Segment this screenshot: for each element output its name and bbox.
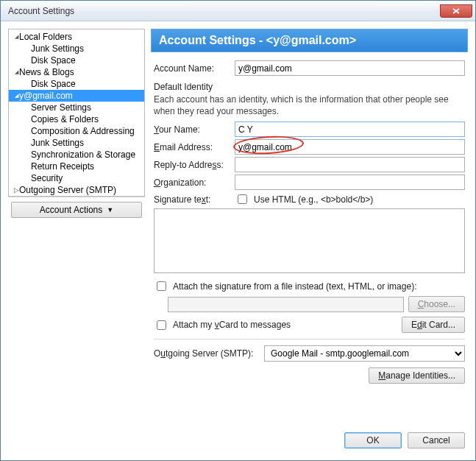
tree-item[interactable]: Junk Settings: [9, 43, 144, 54]
expand-arrow-icon: ◢: [13, 93, 19, 99]
panel-body: Account Name: Default Identity Each acco…: [151, 52, 468, 425]
account-name-label: Account Name:: [154, 63, 235, 74]
account-name-input[interactable]: [235, 60, 465, 76]
your-name-label: Your Name:: [154, 124, 235, 135]
window-title: Account Settings: [8, 6, 440, 16]
tree-item-label: Copies & Folders: [31, 114, 99, 124]
manage-identities-button[interactable]: Manage Identities...: [369, 367, 465, 384]
signature-textarea[interactable]: [154, 208, 465, 273]
tree-item-label: y@gmail.com: [19, 91, 73, 101]
tree-item[interactable]: Disk Space: [9, 78, 144, 90]
window-buttons: [440, 4, 472, 18]
expand-arrow-icon: ◢: [13, 34, 19, 40]
tree-item-label: Security: [31, 173, 63, 183]
smtp-label: Outgoing Server (SMTP):: [154, 348, 264, 359]
replyto-label: Reply-to Address:: [154, 160, 235, 170]
edit-card-button[interactable]: Edit Card...: [402, 317, 465, 333]
attach-file-checkbox[interactable]: [157, 281, 166, 291]
replyto-input[interactable]: [235, 157, 465, 172]
panel-header: Account Settings - <y@gmail.com>: [151, 29, 468, 52]
tree-item[interactable]: Security: [9, 172, 144, 184]
tree-item[interactable]: Composition & Addressing: [9, 125, 144, 137]
tree-item[interactable]: Copies & Folders: [9, 113, 144, 125]
ok-button[interactable]: OK: [344, 432, 402, 448]
chevron-down-icon: ▼: [107, 206, 113, 214]
tree-item-label: Outgoing Server (SMTP): [19, 185, 116, 195]
use-html-checkbox[interactable]: [238, 194, 247, 204]
account-actions-label: Account Actions: [40, 205, 102, 215]
tree-item[interactable]: Disk Space: [9, 54, 144, 66]
use-html-label: Use HTML (e.g., <b>bold</b>): [254, 194, 373, 205]
attach-vcard-checkbox[interactable]: [157, 320, 166, 330]
tree-item-label: Server Settings: [31, 102, 91, 113]
tree-item[interactable]: ▷Outgoing Server (SMTP): [9, 184, 144, 196]
titlebar: Account Settings: [1, 1, 475, 21]
attach-vcard-label: Attach my vCard to messages: [173, 320, 291, 330]
signature-file-input: [168, 297, 404, 312]
your-name-input[interactable]: [235, 122, 465, 137]
dialog-footer: OK Cancel: [1, 425, 475, 457]
tree-item-label: Return Receipts: [31, 161, 94, 172]
tree-item-label: Disk Space: [31, 79, 76, 89]
email-label: Email Address:: [154, 142, 235, 152]
tree-item[interactable]: ◢News & Blogs: [9, 66, 144, 78]
tree-item-label: Junk Settings: [31, 43, 84, 54]
choose-button[interactable]: Choose...: [408, 296, 465, 312]
expand-arrow-icon: ◢: [13, 69, 19, 75]
organization-label: Organization:: [154, 177, 235, 188]
tree-item-label: Disk Space: [31, 55, 76, 66]
tree-item-label: News & Blogs: [19, 67, 74, 77]
account-actions-button[interactable]: Account Actions ▼: [11, 202, 142, 218]
identity-hint: Each account has an identity, which is t…: [154, 94, 461, 117]
tree-item-label: Composition & Addressing: [31, 126, 135, 136]
cancel-button[interactable]: Cancel: [408, 432, 465, 448]
smtp-combo[interactable]: Google Mail - smtp.googlemail.com: [264, 345, 465, 362]
organization-input[interactable]: [235, 175, 465, 190]
tree-item[interactable]: ◢y@gmail.com: [9, 90, 144, 102]
default-identity-heading: Default Identity: [154, 82, 465, 92]
separator: [154, 339, 465, 339]
tree-item-label: Local Folders: [19, 32, 72, 42]
tree-item[interactable]: Server Settings: [9, 102, 144, 113]
tree-item[interactable]: Return Receipts: [9, 161, 144, 172]
tree-item[interactable]: ◢Local Folders: [9, 31, 144, 43]
tree-item[interactable]: Synchronization & Storage: [9, 149, 144, 161]
tree-item-label: Junk Settings: [31, 138, 84, 148]
signature-label: Signature text:: [154, 194, 235, 205]
close-icon: [452, 8, 460, 14]
tree-item-label: Synchronization & Storage: [31, 149, 135, 160]
attach-file-label: Attach the signature from a file instead…: [173, 281, 416, 292]
account-tree[interactable]: ◢Local FoldersJunk SettingsDisk Space◢Ne…: [8, 29, 145, 197]
tree-item[interactable]: Junk Settings: [9, 137, 144, 149]
close-button[interactable]: [440, 4, 472, 18]
email-input[interactable]: [235, 139, 465, 155]
expand-arrow-icon: ▷: [13, 186, 19, 194]
